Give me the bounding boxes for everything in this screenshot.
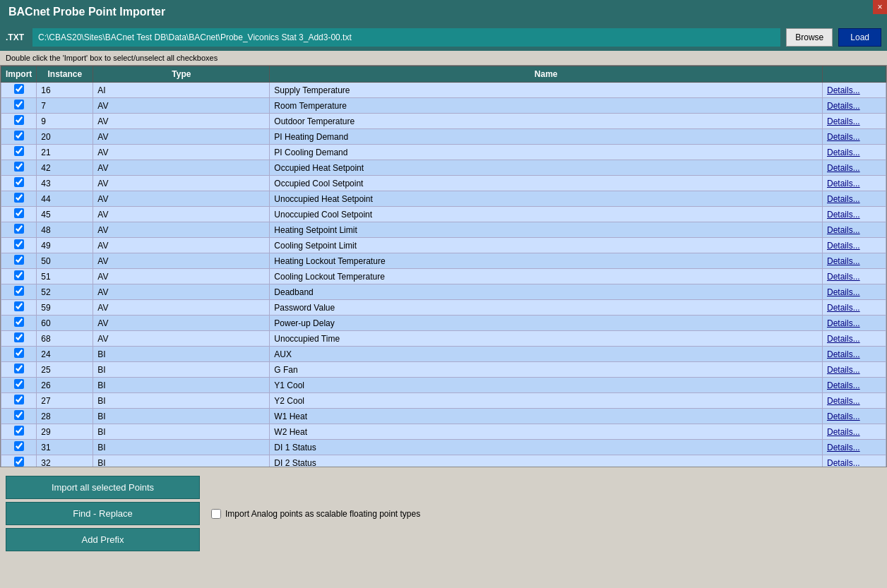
close-button[interactable]: ×: [873, 0, 887, 14]
details-link[interactable]: Details...: [827, 318, 860, 328]
file-path-input[interactable]: [32, 28, 780, 47]
import-checkbox[interactable]: [14, 208, 24, 218]
import-checkbox[interactable]: [14, 270, 24, 280]
import-checkbox[interactable]: [14, 100, 24, 109]
details-cell[interactable]: Details...: [823, 145, 886, 160]
import-cell[interactable]: [1, 253, 37, 269]
details-cell[interactable]: Details...: [823, 98, 886, 114]
import-cell[interactable]: [1, 316, 37, 331]
import-checkbox[interactable]: [14, 131, 24, 140]
analog-checkbox[interactable]: [211, 509, 221, 519]
details-link[interactable]: Details...: [827, 148, 860, 157]
import-cell[interactable]: [1, 114, 37, 129]
import-checkbox[interactable]: [14, 255, 24, 265]
details-link[interactable]: Details...: [827, 241, 860, 251]
import-cell[interactable]: [1, 331, 37, 347]
load-button[interactable]: Load: [838, 28, 881, 47]
details-cell[interactable]: Details...: [823, 284, 886, 300]
details-cell[interactable]: Details...: [823, 331, 886, 347]
details-cell[interactable]: Details...: [823, 129, 886, 145]
import-checkbox[interactable]: [14, 348, 24, 358]
import-cell[interactable]: [1, 129, 37, 145]
details-cell[interactable]: Details...: [823, 176, 886, 191]
details-link[interactable]: Details...: [827, 132, 860, 142]
details-link[interactable]: Details...: [827, 116, 860, 126]
details-link[interactable]: Details...: [827, 101, 860, 111]
import-checkbox[interactable]: [14, 84, 24, 94]
details-cell[interactable]: Details...: [823, 393, 886, 409]
import-cell[interactable]: [1, 238, 37, 253]
import-checkbox[interactable]: [14, 441, 24, 451]
details-link[interactable]: Details...: [827, 349, 860, 359]
details-link[interactable]: Details...: [827, 365, 860, 375]
details-cell[interactable]: Details...: [823, 455, 886, 468]
import-button[interactable]: Import all selected Points: [6, 476, 200, 499]
details-link[interactable]: Details...: [827, 380, 860, 390]
import-checkbox[interactable]: [14, 395, 24, 404]
import-checkbox[interactable]: [14, 332, 24, 342]
details-link[interactable]: Details...: [827, 396, 860, 406]
import-cell[interactable]: [1, 284, 37, 300]
import-cell[interactable]: [1, 176, 37, 191]
details-cell[interactable]: Details...: [823, 160, 886, 176]
details-link[interactable]: Details...: [827, 287, 860, 297]
col-header-import[interactable]: Import: [1, 66, 37, 83]
import-cell[interactable]: [1, 222, 37, 238]
details-link[interactable]: Details...: [827, 225, 860, 235]
import-checkbox[interactable]: [14, 224, 24, 234]
import-checkbox[interactable]: [14, 457, 24, 467]
details-cell[interactable]: Details...: [823, 440, 886, 455]
details-cell[interactable]: Details...: [823, 253, 886, 269]
details-link[interactable]: Details...: [827, 163, 860, 173]
details-cell[interactable]: Details...: [823, 222, 886, 238]
import-checkbox[interactable]: [14, 162, 24, 172]
import-cell[interactable]: [1, 424, 37, 440]
import-checkbox[interactable]: [14, 177, 24, 187]
details-link[interactable]: Details...: [827, 412, 860, 421]
import-cell[interactable]: [1, 145, 37, 160]
details-cell[interactable]: Details...: [823, 207, 886, 222]
find-replace-button[interactable]: Find - Replace: [6, 502, 200, 525]
details-link[interactable]: Details...: [827, 458, 860, 468]
details-cell[interactable]: Details...: [823, 83, 886, 98]
import-checkbox[interactable]: [14, 146, 24, 156]
details-cell[interactable]: Details...: [823, 347, 886, 362]
import-checkbox[interactable]: [14, 286, 24, 296]
import-cell[interactable]: [1, 393, 37, 409]
details-link[interactable]: Details...: [827, 210, 860, 220]
import-checkbox[interactable]: [14, 364, 24, 373]
details-link[interactable]: Details...: [827, 194, 860, 204]
details-cell[interactable]: Details...: [823, 191, 886, 207]
import-cell[interactable]: [1, 207, 37, 222]
import-cell[interactable]: [1, 347, 37, 362]
details-link[interactable]: Details...: [827, 443, 860, 452]
import-cell[interactable]: [1, 160, 37, 176]
details-link[interactable]: Details...: [827, 334, 860, 344]
import-cell[interactable]: [1, 362, 37, 378]
details-cell[interactable]: Details...: [823, 424, 886, 440]
import-cell[interactable]: [1, 191, 37, 207]
details-cell[interactable]: Details...: [823, 316, 886, 331]
details-cell[interactable]: Details...: [823, 362, 886, 378]
details-link[interactable]: Details...: [827, 272, 860, 282]
import-cell[interactable]: [1, 378, 37, 393]
import-checkbox[interactable]: [14, 379, 24, 389]
details-cell[interactable]: Details...: [823, 300, 886, 316]
import-cell[interactable]: [1, 440, 37, 455]
details-link[interactable]: Details...: [827, 85, 860, 95]
import-cell[interactable]: [1, 455, 37, 468]
details-link[interactable]: Details...: [827, 427, 860, 437]
import-cell[interactable]: [1, 83, 37, 98]
import-checkbox[interactable]: [14, 239, 24, 249]
details-cell[interactable]: Details...: [823, 114, 886, 129]
browse-button[interactable]: Browse: [786, 28, 833, 47]
import-cell[interactable]: [1, 269, 37, 284]
details-cell[interactable]: Details...: [823, 378, 886, 393]
import-checkbox[interactable]: [14, 410, 24, 420]
import-cell[interactable]: [1, 409, 37, 424]
import-checkbox[interactable]: [14, 301, 24, 311]
details-cell[interactable]: Details...: [823, 409, 886, 424]
import-checkbox[interactable]: [14, 426, 24, 436]
import-cell[interactable]: [1, 98, 37, 114]
import-checkbox[interactable]: [14, 193, 24, 203]
